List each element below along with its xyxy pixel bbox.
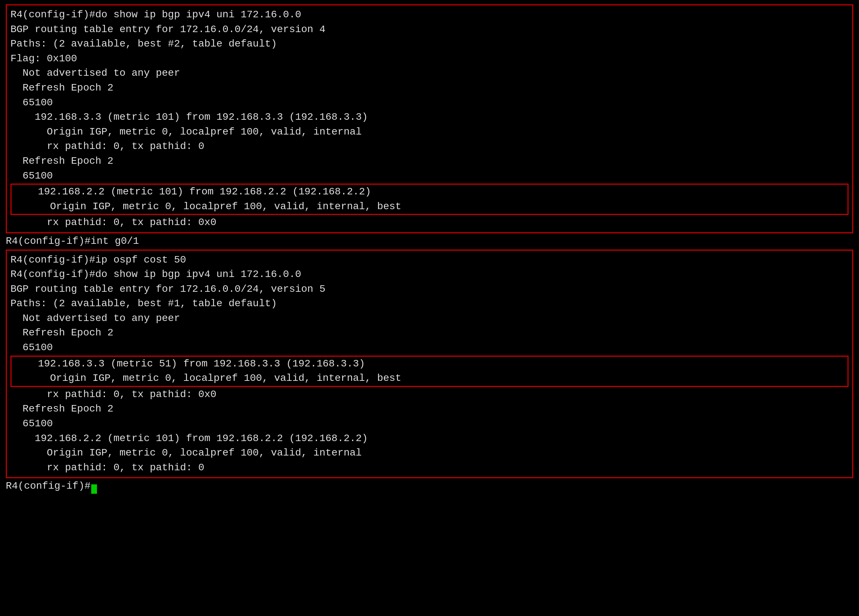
- s2-line-7: 65100: [11, 341, 848, 355]
- terminal: R4(config-if)#do show ip bgp ipv4 uni 17…: [6, 4, 853, 494]
- line-8: 192.168.3.3 (metric 101) from 192.168.3.…: [11, 110, 848, 125]
- cursor-block: [91, 485, 97, 494]
- s2-after-5: Origin IGP, metric 0, localpref 100, val…: [11, 446, 848, 461]
- final-prompt-line[interactable]: R4(config-if)#: [6, 479, 853, 494]
- s2-after-2: Refresh Epoch 2: [11, 402, 848, 417]
- final-prompt-text: R4(config-if)#: [6, 479, 91, 494]
- s2-highlight-line-1: 192.168.3.3 (metric 51) from 192.168.3.3…: [14, 357, 845, 372]
- highlight-line-1: 192.168.2.2 (metric 101) from 192.168.2.…: [14, 184, 845, 199]
- section2-highlight-box: 192.168.3.3 (metric 51) from 192.168.3.3…: [11, 356, 848, 387]
- s2-after-6: rx pathid: 0, tx pathid: 0: [11, 461, 848, 475]
- line-12: 65100: [11, 169, 848, 184]
- s2-after-4: 192.168.2.2 (metric 101) from 192.168.2.…: [11, 432, 848, 446]
- line-5: Not advertised to any peer: [11, 66, 848, 81]
- cmd-line-int: R4(config-if)#int g0/1: [6, 234, 853, 249]
- s2-line-2: R4(config-if)#do show ip bgp ipv4 uni 17…: [11, 267, 848, 282]
- s2-line-4: Paths: (2 available, best #1, table defa…: [11, 297, 848, 311]
- s2-after-3: 65100: [11, 417, 848, 432]
- line-9: Origin IGP, metric 0, localpref 100, val…: [11, 125, 848, 139]
- highlight-line-2: Origin IGP, metric 0, localpref 100, val…: [14, 199, 845, 214]
- s2-line-3: BGP routing table entry for 172.16.0.0/2…: [11, 282, 848, 297]
- s2-line-6: Refresh Epoch 2: [11, 326, 848, 341]
- s2-line-1: R4(config-if)#ip ospf cost 50: [11, 253, 848, 267]
- section2-box: R4(config-if)#ip ospf cost 50 R4(config-…: [6, 250, 853, 478]
- line-10: rx pathid: 0, tx pathid: 0: [11, 139, 848, 154]
- line-4: Flag: 0x100: [11, 52, 848, 66]
- line-7: 65100: [11, 95, 848, 110]
- s2-highlight-line-2: Origin IGP, metric 0, localpref 100, val…: [14, 371, 845, 386]
- line-1: R4(config-if)#do show ip bgp ipv4 uni 17…: [11, 8, 848, 22]
- s2-after-1: rx pathid: 0, tx pathid: 0x0: [11, 387, 848, 402]
- line-6: Refresh Epoch 2: [11, 81, 848, 95]
- line-2: BGP routing table entry for 172.16.0.0/2…: [11, 22, 848, 37]
- line-3: Paths: (2 available, best #2, table defa…: [11, 37, 848, 52]
- section1-box: R4(config-if)#do show ip bgp ipv4 uni 17…: [6, 4, 853, 233]
- after-highlight-1: rx pathid: 0, tx pathid: 0x0: [11, 215, 848, 230]
- section1-highlight-box: 192.168.2.2 (metric 101) from 192.168.2.…: [11, 184, 848, 215]
- line-11: Refresh Epoch 2: [11, 154, 848, 169]
- s2-line-5: Not advertised to any peer: [11, 311, 848, 326]
